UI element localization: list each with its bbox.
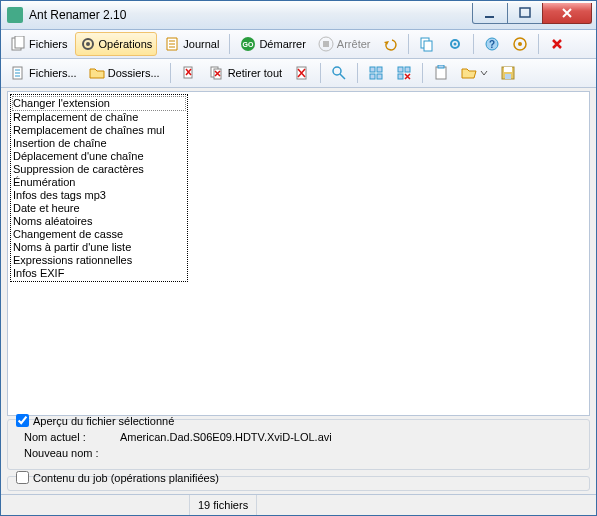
save-batch-button[interactable] bbox=[495, 61, 521, 85]
svg-point-23 bbox=[333, 67, 341, 75]
add-files-button[interactable]: Fichiers... bbox=[5, 61, 82, 85]
status-cell-1 bbox=[1, 495, 190, 515]
svg-rect-0 bbox=[485, 16, 494, 18]
tab-operations-label: Opérations bbox=[99, 38, 153, 50]
operation-item[interactable]: Noms aléatoires bbox=[12, 215, 186, 228]
start-button[interactable]: GO Démarrer bbox=[235, 32, 310, 56]
start-label: Démarrer bbox=[259, 38, 305, 50]
remove-icon bbox=[181, 65, 197, 81]
main-toolbar: Fichiers Opérations Journal GO Démarrer … bbox=[1, 30, 596, 59]
separator bbox=[229, 34, 230, 54]
chevron-down-icon bbox=[480, 65, 488, 81]
info-icon bbox=[512, 36, 528, 52]
operation-item[interactable]: Infos des tags mp3 bbox=[12, 189, 186, 202]
current-name-label: Nom actuel : bbox=[24, 431, 114, 443]
help-button[interactable]: ? bbox=[479, 32, 505, 56]
svg-rect-31 bbox=[436, 67, 446, 79]
help-icon: ? bbox=[484, 36, 500, 52]
svg-rect-9 bbox=[323, 41, 329, 47]
settings-button[interactable] bbox=[442, 32, 468, 56]
spacer bbox=[8, 284, 589, 415]
window-controls bbox=[473, 3, 592, 23]
current-name-value: American.Dad.S06E09.HDTV.XviD-LOL.avi bbox=[120, 431, 332, 443]
svg-rect-32 bbox=[438, 65, 444, 68]
app-icon bbox=[7, 7, 23, 23]
minimize-button[interactable] bbox=[472, 3, 508, 24]
status-bar: 19 fichiers bbox=[1, 494, 596, 515]
undo-button[interactable] bbox=[377, 32, 403, 56]
status-file-count: 19 fichiers bbox=[190, 495, 257, 515]
svg-text:GO: GO bbox=[243, 41, 254, 48]
remove-all-label: Retirer tout bbox=[228, 67, 282, 79]
gear-icon bbox=[447, 36, 463, 52]
operation-panel bbox=[190, 92, 589, 284]
new-name-label: Nouveau nom : bbox=[24, 447, 114, 459]
copy-button[interactable] bbox=[414, 32, 440, 56]
magnifier-icon bbox=[331, 65, 347, 81]
exit-button[interactable] bbox=[544, 32, 570, 56]
separator bbox=[422, 63, 423, 83]
close-button[interactable] bbox=[542, 3, 592, 24]
deselect-button[interactable] bbox=[391, 61, 417, 85]
paste-button[interactable] bbox=[428, 61, 454, 85]
preview-button[interactable] bbox=[326, 61, 352, 85]
svg-rect-1 bbox=[520, 8, 530, 17]
operation-item[interactable]: Expressions rationnelles bbox=[12, 254, 186, 267]
svg-rect-25 bbox=[377, 67, 382, 72]
remove-button[interactable] bbox=[176, 61, 202, 85]
job-group-label: Contenu du job (opérations planifiées) bbox=[33, 472, 219, 484]
svg-rect-24 bbox=[370, 67, 375, 72]
maximize-icon bbox=[517, 5, 533, 21]
svg-rect-34 bbox=[504, 67, 512, 72]
folder-icon bbox=[89, 65, 105, 81]
operation-item[interactable]: Énumération bbox=[12, 176, 186, 189]
exit-icon bbox=[549, 36, 565, 52]
tab-files[interactable]: Fichiers bbox=[5, 32, 73, 56]
svg-rect-27 bbox=[377, 74, 382, 79]
titlebar: Ant Renamer 2.10 bbox=[1, 1, 596, 30]
go-icon: GO bbox=[240, 36, 256, 52]
svg-rect-29 bbox=[405, 67, 410, 72]
operation-item[interactable]: Date et heure bbox=[12, 202, 186, 215]
operations-list[interactable]: Changer l'extensionRemplacement de chaîn… bbox=[10, 94, 188, 282]
svg-text:?: ? bbox=[489, 39, 495, 50]
add-folders-button[interactable]: Dossiers... bbox=[84, 61, 165, 85]
maximize-button[interactable] bbox=[507, 3, 543, 24]
about-button[interactable] bbox=[507, 32, 533, 56]
operation-item[interactable]: Noms à partir d'une liste bbox=[12, 241, 186, 254]
svg-point-17 bbox=[518, 42, 522, 46]
operation-item[interactable]: Déplacement d'une chaîne bbox=[12, 150, 186, 163]
copy-icon bbox=[419, 36, 435, 52]
operation-item[interactable]: Remplacement de chaîne bbox=[12, 111, 186, 124]
minimize-icon bbox=[482, 5, 498, 21]
tab-files-label: Fichiers bbox=[29, 38, 68, 50]
operation-item[interactable]: Changement de casse bbox=[12, 228, 186, 241]
preview-checkbox[interactable] bbox=[16, 414, 29, 427]
save-icon bbox=[500, 65, 516, 81]
separator bbox=[538, 34, 539, 54]
add-folders-label: Dossiers... bbox=[108, 67, 160, 79]
tab-operations[interactable]: Opérations bbox=[75, 32, 158, 56]
clear-icon bbox=[294, 65, 310, 81]
clear-button[interactable] bbox=[289, 61, 315, 85]
operation-item[interactable]: Infos EXIF bbox=[12, 267, 186, 280]
folder-open-icon bbox=[461, 65, 477, 81]
svg-point-5 bbox=[86, 42, 90, 46]
window-title: Ant Renamer 2.10 bbox=[29, 8, 126, 22]
tab-journal[interactable]: Journal bbox=[159, 32, 224, 56]
separator bbox=[320, 63, 321, 83]
operation-item[interactable]: Remplacement de chaînes mul bbox=[12, 124, 186, 137]
remove-all-button[interactable]: Retirer tout bbox=[204, 61, 287, 85]
select-all-button[interactable] bbox=[363, 61, 389, 85]
operation-item[interactable]: Insertion de chaîne bbox=[12, 137, 186, 150]
operation-item[interactable]: Changer l'extension bbox=[12, 96, 186, 111]
operations-icon bbox=[80, 36, 96, 52]
open-batch-button[interactable] bbox=[456, 61, 493, 85]
separator bbox=[170, 63, 171, 83]
clipboard-icon bbox=[433, 65, 449, 81]
job-checkbox[interactable] bbox=[16, 471, 29, 484]
operation-item[interactable]: Suppression de caractères bbox=[12, 163, 186, 176]
job-group: Contenu du job (opérations planifiées) bbox=[7, 476, 590, 491]
svg-rect-26 bbox=[370, 74, 375, 79]
stop-button[interactable]: Arrêter bbox=[313, 32, 376, 56]
